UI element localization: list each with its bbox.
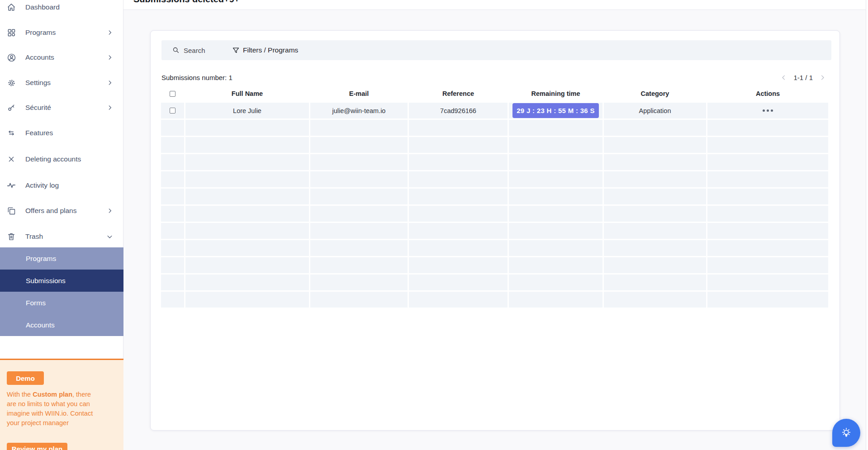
select-all-checkbox[interactable] [170, 91, 175, 97]
table-cell-empty [161, 154, 184, 170]
table-cell-empty [185, 206, 309, 222]
table-cell-empty [509, 154, 602, 170]
sidebar-item-trash[interactable]: Trash [0, 227, 123, 246]
table-row-empty [161, 137, 830, 153]
scrollbar-track[interactable] [866, 0, 868, 450]
table-row[interactable]: Lore Julie julie@wiin-team.io 7cad926166… [161, 103, 830, 118]
submenu-item-label: Forms [26, 299, 46, 307]
table-cell-empty [409, 120, 508, 136]
pagination-prev-icon[interactable] [780, 74, 787, 81]
table-row-empty [161, 257, 830, 273]
chevron-right-icon [107, 80, 113, 86]
table-row-empty [161, 275, 830, 290]
table-cell-empty [409, 137, 508, 153]
table-cell-empty [185, 257, 309, 273]
row-checkbox-cell [161, 103, 184, 118]
chevron-right-icon [107, 104, 113, 111]
sidebar-item-settings[interactable]: Settings [0, 74, 123, 92]
sidebar-item-label: Sécurité [25, 104, 51, 112]
swap-arrows-icon [6, 128, 16, 138]
chevron-right-icon [107, 208, 113, 214]
promo-text-before: With the [7, 391, 33, 398]
table-cell-empty [707, 137, 828, 153]
sidebar-item-deleting-accounts[interactable]: Deleting accounts [0, 150, 123, 168]
table-cell-empty [409, 240, 508, 256]
sidebar-item-features[interactable]: Features [0, 124, 123, 142]
table-cell-empty [409, 275, 508, 290]
chevron-right-icon [107, 29, 113, 36]
count-pagination-row: Submissions number: 1 1-1 / 1 [161, 72, 830, 83]
submenu-item-submissions[interactable]: Submissions [0, 270, 123, 292]
sidebar-item-label: Offers and plans [25, 207, 76, 215]
actions-cell [707, 103, 828, 118]
table-cell-empty [185, 275, 309, 290]
table-cell-empty [509, 240, 602, 256]
table-cell-empty [161, 240, 184, 256]
table-cell-empty [604, 223, 706, 239]
review-my-plan-button[interactable]: Review my plan [7, 443, 67, 450]
page-title: Submissions deleted+9+ [133, 0, 240, 5]
table-cell-empty [509, 120, 602, 136]
table-cell-empty [185, 292, 309, 308]
submenu-item-label: Submissions [26, 277, 66, 285]
table-cell-empty [409, 189, 508, 204]
table-cell-empty [604, 240, 706, 256]
table-cell-empty [509, 275, 602, 290]
trash-icon [6, 232, 16, 242]
sidebar-item-securite[interactable]: Sécurité [0, 99, 123, 117]
row-actions-menu-icon[interactable] [760, 107, 776, 114]
filters-button[interactable]: Filters / Programs [232, 40, 298, 60]
table-cell-empty [310, 223, 408, 239]
sidebar-item-offers-and-plans[interactable]: Offers and plans [0, 202, 123, 220]
pagination: 1-1 / 1 [780, 74, 830, 81]
table-body: Lore Julie julie@wiin-team.io 7cad926166… [161, 103, 830, 309]
table-cell-empty [707, 223, 828, 239]
table-cell-empty [161, 189, 184, 204]
table-cell-empty [707, 189, 828, 204]
submenu-item-accounts[interactable]: Accounts [0, 314, 123, 336]
remaining-time-cell: 29 J : 23 H : 55 M : 36 S [509, 103, 602, 118]
table-row-empty [161, 154, 830, 170]
sidebar-item-programs[interactable]: Programs [0, 24, 123, 42]
table-cell-empty [509, 223, 602, 239]
sidebar-item-label: Programs [25, 28, 56, 37]
table-cell-empty [185, 171, 309, 187]
sidebar-item-label: Trash [25, 232, 43, 241]
submenu-item-programs[interactable]: Programs [0, 247, 123, 270]
demo-button[interactable]: Demo [7, 371, 44, 385]
sidebar: Dashboard Programs Accounts Settings [0, 0, 123, 450]
table-row-empty [161, 120, 830, 136]
search-filter-bar: Search Filters / Programs [161, 40, 831, 60]
table-cell-empty [707, 240, 828, 256]
table-cell-empty [310, 257, 408, 273]
filters-label: Filters / Programs [243, 46, 298, 54]
table-cell-empty [185, 223, 309, 239]
table-cell-empty [409, 223, 508, 239]
sidebar-item-activity-log[interactable]: Activity log [0, 176, 123, 194]
table-cell-empty [409, 206, 508, 222]
table-cell-empty [604, 189, 706, 204]
table-cell-empty [185, 120, 309, 136]
column-header-full-name: Full Name [185, 88, 309, 99]
gear-icon [6, 78, 16, 88]
table-cell-empty [604, 275, 706, 290]
table-cell-empty [161, 257, 184, 273]
table-cell-empty [604, 120, 706, 136]
table-cell-empty [707, 275, 828, 290]
help-fab-button[interactable] [832, 419, 860, 447]
sidebar-item-accounts[interactable]: Accounts [0, 48, 123, 66]
trash-submenu: Programs Submissions Forms Accounts [0, 247, 123, 336]
column-header-reference: Reference [409, 88, 508, 99]
row-checkbox[interactable] [170, 108, 175, 114]
grid-icon [6, 28, 16, 38]
person-icon [6, 52, 16, 62]
table-cell-empty [161, 171, 184, 187]
sidebar-item-label: Features [25, 129, 53, 137]
search-input[interactable]: Search [172, 40, 205, 60]
main-header: Submissions deleted+9+ [123, 0, 868, 10]
sidebar-item-label: Dashboard [25, 3, 60, 11]
pagination-next-icon[interactable] [819, 74, 826, 81]
sidebar-item-dashboard[interactable]: Dashboard [0, 0, 123, 16]
column-header-category: Category [604, 88, 706, 99]
submenu-item-forms[interactable]: Forms [0, 292, 123, 314]
